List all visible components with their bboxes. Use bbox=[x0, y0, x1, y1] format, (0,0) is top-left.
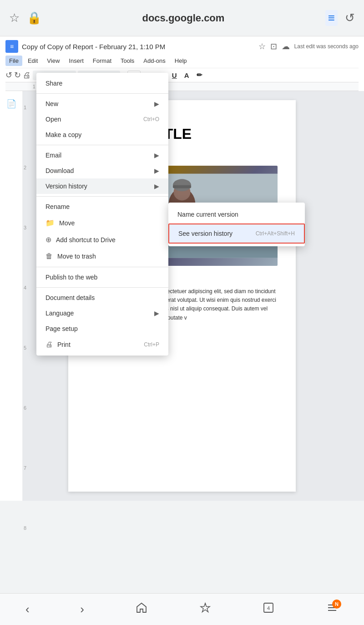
menu-make-copy-item[interactable]: Make a copy bbox=[36, 127, 168, 142]
line-num-3: 3 bbox=[24, 225, 26, 230]
new-arrow-icon: ▶ bbox=[154, 100, 159, 107]
menu-view[interactable]: View bbox=[43, 56, 63, 66]
email-arrow-icon: ▶ bbox=[154, 152, 159, 159]
file-dropdown-menu: Share New ▶ Open Ctrl+O Make a copy Emai… bbox=[36, 73, 168, 356]
menu-trash-item[interactable]: 🗑 Move to trash bbox=[36, 248, 168, 264]
divider-2 bbox=[36, 145, 168, 145]
lock-icon: 🔒 bbox=[27, 11, 41, 25]
language-arrow-icon: ▶ bbox=[154, 310, 159, 317]
doc-details-label: Document details bbox=[46, 294, 159, 301]
line-num-8: 8 bbox=[24, 525, 26, 531]
nav-home-button[interactable] bbox=[135, 601, 148, 617]
line-numbers: 1 2 3 4 5 6 7 8 bbox=[24, 100, 26, 531]
open-shortcut: Ctrl+O bbox=[143, 116, 159, 122]
trash-label: Move to trash bbox=[57, 253, 159, 260]
name-current-label: Name current version bbox=[177, 211, 238, 218]
share-label: Share bbox=[46, 80, 159, 87]
menu-move-item[interactable]: 📁 Move bbox=[36, 214, 168, 231]
menu-print-item[interactable]: 🖨 Print Ctrl+P bbox=[36, 336, 168, 353]
menu-rename-item[interactable]: Rename bbox=[36, 199, 168, 214]
menu-edit[interactable]: Edit bbox=[24, 56, 41, 66]
browser-chrome: ☆ 🔒 docs.google.com ≡ ↺ bbox=[0, 0, 364, 36]
print-menu-icon: 🖨 bbox=[46, 340, 53, 349]
forward-arrow-icon: › bbox=[80, 602, 84, 616]
star-icon[interactable]: ☆ bbox=[9, 11, 20, 25]
version-history-submenu: Name current version See version history… bbox=[168, 203, 305, 246]
ruler-mark-1: 1 bbox=[33, 84, 35, 89]
trash-icon: 🗑 bbox=[46, 252, 53, 260]
nav-menu-button[interactable]: N bbox=[326, 601, 339, 617]
line-num-1: 1 bbox=[24, 105, 26, 110]
sidebar-pages-icon[interactable]: 📄 bbox=[3, 96, 20, 112]
version-history-label: Version history bbox=[46, 183, 154, 190]
menu-share-item[interactable]: Share bbox=[36, 76, 168, 91]
rename-label: Rename bbox=[46, 203, 159, 210]
line-num-6: 6 bbox=[24, 405, 26, 411]
new-label: New bbox=[46, 100, 154, 107]
home-icon bbox=[135, 601, 148, 617]
title-icons: ☆ ⊡ ☁ Last edit was seconds ago bbox=[258, 41, 359, 51]
menu-file[interactable]: File bbox=[5, 56, 22, 66]
cloud-icon[interactable]: ☁ bbox=[282, 41, 290, 51]
see-version-history-item[interactable]: See version history Ctrl+Alt+Shift+H bbox=[168, 224, 305, 244]
shortcut-drive-icon: ⊕ bbox=[46, 235, 51, 244]
browser-url[interactable]: docs.google.com bbox=[41, 12, 325, 24]
browser-right-icons: ≡ ↺ bbox=[325, 10, 355, 26]
print-label: Print bbox=[57, 341, 144, 348]
svg-text:4: 4 bbox=[267, 605, 270, 611]
download-arrow-icon: ▶ bbox=[154, 167, 159, 174]
docs-app-icon[interactable]: ≡ bbox=[325, 10, 338, 26]
menu-new-item[interactable]: New ▶ bbox=[36, 96, 168, 112]
name-current-version-item[interactable]: Name current version bbox=[168, 205, 305, 224]
divider-4 bbox=[36, 267, 168, 267]
nav-forward-button[interactable]: › bbox=[80, 602, 84, 616]
version-arrow-icon: ▶ bbox=[154, 183, 159, 190]
menu-doc-details-item[interactable]: Document details bbox=[36, 290, 168, 305]
back-arrow-icon: ‹ bbox=[25, 602, 30, 616]
print-icon[interactable]: 🖨 bbox=[23, 71, 31, 80]
menu-tools[interactable]: Tools bbox=[117, 56, 138, 66]
menu-publish-item[interactable]: Publish to the web bbox=[36, 269, 168, 285]
nav-back-button[interactable]: ‹ bbox=[25, 602, 30, 616]
menu-download-item[interactable]: Download ▶ bbox=[36, 163, 168, 178]
print-shortcut: Ctrl+P bbox=[144, 341, 159, 348]
add-shortcut-label: Add shortcut to Drive bbox=[56, 236, 159, 244]
text-color-button[interactable]: A bbox=[182, 71, 192, 80]
menu-insert[interactable]: Insert bbox=[65, 56, 87, 66]
move-label: Move bbox=[59, 219, 159, 227]
bottom-nav: ‹ › 4 bbox=[0, 593, 364, 625]
underline-button[interactable]: U bbox=[169, 71, 180, 80]
line-num-7: 7 bbox=[24, 465, 26, 471]
nav-tabs-button[interactable]: 4 bbox=[262, 601, 275, 617]
email-label: Email bbox=[46, 152, 154, 159]
menu-email-item[interactable]: Email ▶ bbox=[36, 147, 168, 163]
menu-open-item[interactable]: Open Ctrl+O bbox=[36, 112, 168, 127]
language-label: Language bbox=[46, 310, 154, 317]
menu-language-item[interactable]: Language ▶ bbox=[36, 305, 168, 321]
svg-point-4 bbox=[173, 179, 191, 191]
menu-format[interactable]: Format bbox=[89, 56, 115, 66]
highlight-button[interactable]: ✏ bbox=[194, 70, 205, 80]
tabs-icon: 4 bbox=[262, 601, 275, 617]
divider-3 bbox=[36, 196, 168, 197]
menu-page-setup-item[interactable]: Page setup bbox=[36, 321, 168, 336]
document-title[interactable]: Copy of Copy of Report - February 21, 1:… bbox=[22, 43, 255, 51]
menu-addons[interactable]: Add-ons bbox=[140, 56, 169, 66]
bookmark-icon[interactable]: ☆ bbox=[258, 41, 266, 51]
undo-icon[interactable]: ↺ bbox=[5, 70, 12, 80]
menu-help[interactable]: Help bbox=[171, 56, 191, 66]
see-history-label: See version history bbox=[178, 230, 233, 237]
docs-logo: ≡ bbox=[5, 40, 18, 53]
divider-5 bbox=[36, 287, 168, 288]
drive-icon[interactable]: ⊡ bbox=[270, 41, 277, 51]
divider-1 bbox=[36, 93, 168, 94]
menu-add-shortcut-item[interactable]: ⊕ Add shortcut to Drive bbox=[36, 231, 168, 248]
menu-version-history-item[interactable]: Version history ▶ bbox=[36, 178, 168, 194]
reload-icon[interactable]: ↺ bbox=[345, 11, 355, 25]
nav-star-button[interactable] bbox=[199, 601, 212, 617]
line-num-5: 5 bbox=[24, 345, 26, 351]
redo-icon[interactable]: ↻ bbox=[14, 70, 21, 80]
menu-bar: File Edit View Insert Format Tools Add-o… bbox=[5, 55, 359, 68]
line-num-2: 2 bbox=[24, 165, 26, 170]
title-row: ≡ Copy of Copy of Report - February 21, … bbox=[5, 40, 359, 55]
